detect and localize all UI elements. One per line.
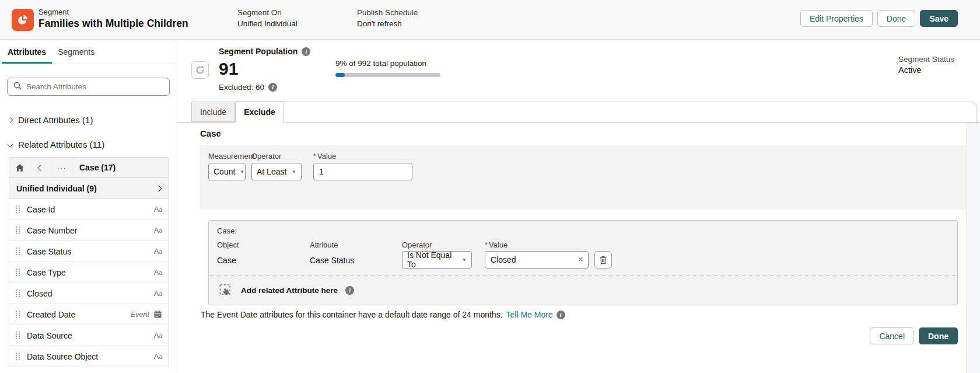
chevron-right-icon [155,185,162,191]
drag-handle-icon[interactable] [15,310,20,319]
segment-status-value: Active [898,65,954,75]
tab-strip-divider [177,122,980,123]
text-type-icon: Aa [154,352,162,361]
attribute-value: Case Status [310,256,354,265]
clear-value-icon[interactable]: × [573,255,588,265]
search-icon [13,81,22,93]
segment-status-block: Segment Status Active [898,55,954,75]
tell-me-more-link[interactable]: Tell Me More [506,310,553,319]
event-type-label: Event [131,311,149,319]
header-done-button[interactable]: Done [877,10,915,27]
trash-icon [599,256,607,264]
value-label: *Value [313,152,336,161]
attributes-sidebar: Attributes Segments Direct Attributes (1… [0,40,177,373]
save-button[interactable]: Save [920,10,958,27]
population-progress-text: 9% of 992 total population [335,59,440,68]
sidebar-tabs: Attributes Segments [0,40,177,64]
refresh-population-button[interactable] [191,61,209,79]
segment-on-group: Segment On Unified Individual [237,8,298,28]
nested-operator-select[interactable]: Is Not Equal To ▼ [402,251,472,269]
count-value-input[interactable] [314,167,412,176]
parent-object-row[interactable]: Unified Individual (9) [9,178,169,199]
drag-handle-icon[interactable] [15,205,20,214]
info-icon[interactable]: i [556,311,565,319]
section-direct-attributes[interactable]: Direct Attributes (1) [0,111,177,128]
nested-value-field: × [485,251,589,269]
vertical-scrollbar[interactable] [966,123,980,373]
attribute-row-closed[interactable]: Closed Aa [9,283,169,304]
segment-app-icon [12,9,34,31]
segment-builder-page: Segment Families with Multiple Children … [0,0,980,373]
delete-condition-button[interactable] [594,251,612,269]
info-icon[interactable]: i [345,286,354,295]
tab-include[interactable]: Include [191,102,235,122]
section-related-attributes[interactable]: Related Attributes (11) [0,135,177,153]
publish-schedule-group: Publish Schedule Don't refresh [357,8,418,28]
attribute-row-case-number[interactable]: Case Number Aa [9,220,169,241]
tab-exclude[interactable]: Exclude [235,101,284,123]
segment-population-block: Segment Population i 91 Excluded: 60 i [219,47,310,92]
attribute-row-case-type[interactable]: Case Type Aa [9,262,169,283]
info-icon[interactable]: i [268,83,277,92]
refresh-icon [195,65,205,75]
canvas-panel-top-edge [284,102,977,122]
header-actions: Edit Properties Done Save [800,10,958,27]
object-label: Object [217,240,239,249]
dropdown-caret-icon: ▼ [292,169,296,175]
dropdown-caret-icon: ▼ [462,257,467,263]
drag-handle-icon[interactable] [15,352,20,361]
segment-status-label: Segment Status [898,55,954,64]
home-icon [15,163,24,172]
drag-handle-icon[interactable] [15,247,20,256]
info-icon[interactable]: i [302,47,310,56]
drag-handle-icon[interactable] [15,289,20,298]
segment-on-label: Segment On [237,8,298,17]
attribute-row-data-source[interactable]: Data Source Aa [9,325,169,346]
add-related-attribute-label: Add related Attribute here [241,286,338,295]
page-title: Families with Multiple Children [38,18,188,30]
attribute-row-case-status[interactable]: Case Status Aa [9,241,169,262]
cancel-button[interactable]: Cancel [870,327,914,344]
back-button[interactable] [30,158,51,177]
text-type-icon: Aa [154,226,162,235]
search-attributes-input[interactable] [26,82,164,91]
edit-properties-button[interactable]: Edit Properties [800,10,873,27]
chevron-left-icon [38,165,44,170]
drag-handle-icon[interactable] [15,331,20,340]
measurement-select[interactable]: Count ▼ [208,163,246,180]
object-value: Case [217,256,236,265]
nested-value-input[interactable] [485,255,573,264]
tab-segments[interactable]: Segments [52,47,100,64]
operator-select[interactable]: At Least ▼ [251,163,302,180]
publish-schedule-label: Publish Schedule [357,8,418,17]
add-related-attribute-dropzone[interactable]: Add related Attribute here i [209,276,957,305]
nested-attribute-container: Case: Object Attribute Operator *Value C… [208,220,958,305]
drag-handle-icon[interactable] [15,268,20,277]
attribute-row-created-date[interactable]: Created Date Event [9,304,169,325]
text-type-icon: Aa [154,331,162,340]
text-type-icon: Aa [154,205,162,214]
nested-operator-label: Operator [402,240,432,249]
related-attributes-tree: ··· Case (17) Unified Individual (9) Cas… [9,157,169,367]
segment-canvas: Segment Population i 91 Excluded: 60 i 9… [177,40,980,373]
more-icon: ··· [57,163,66,172]
section-related-label: Related Attributes (11) [18,140,104,149]
section-direct-label: Direct Attributes (1) [18,115,93,125]
event-date-footnote: The Event Date attributes for this conta… [201,310,565,319]
breadcrumb: ··· Case (17) [9,157,169,178]
rule-done-button[interactable]: Done [919,327,958,344]
text-type-icon: Aa [154,268,162,277]
population-count: 91 [219,60,310,78]
chevron-right-icon [8,117,13,123]
attribute-row-case-id[interactable]: Case Id Aa [9,199,169,220]
attribute-label: Attribute [310,240,338,249]
calendar-icon [153,310,162,319]
operator-label: Operator [251,152,281,161]
rule-container: Measurement Operator *Value Count ▼ At L… [200,145,966,210]
drag-handle-icon[interactable] [15,226,20,235]
tab-attributes[interactable]: Attributes [2,47,52,64]
home-button[interactable] [9,158,30,177]
chevron-down-icon [8,141,13,147]
attribute-row-data-source-object[interactable]: Data Source Object Aa [9,346,169,367]
more-breadcrumb-button[interactable]: ··· [51,158,72,177]
